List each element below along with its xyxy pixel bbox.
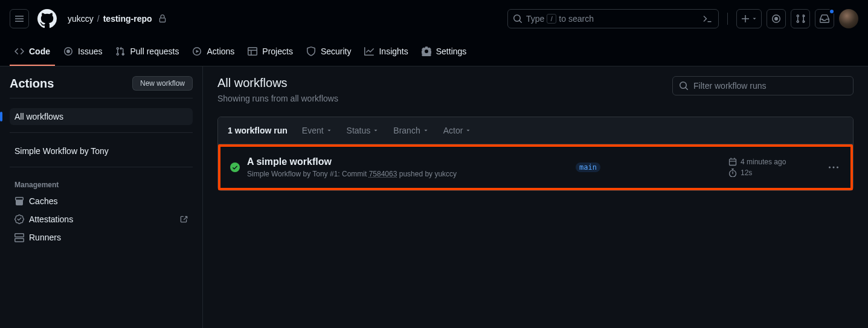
issue-icon: [771, 14, 781, 24]
tab-actions-label: Actions: [207, 47, 234, 56]
issues-button[interactable]: [767, 9, 786, 28]
tab-insights-label: Insights: [379, 47, 408, 56]
svg-point-0: [230, 162, 240, 172]
plus-icon: [741, 14, 750, 24]
stopwatch-icon: [728, 169, 737, 177]
graph-icon: [364, 47, 374, 56]
verified-icon: [14, 214, 24, 224]
breadcrumb: yukccy / testing-repo: [68, 14, 167, 24]
tab-issues-label: Issues: [78, 47, 102, 56]
search-placeholder: Type / to search: [526, 14, 698, 24]
commit-sha-link[interactable]: 7584063: [369, 170, 397, 178]
sidebar-all-workflows-label: All workflows: [14, 112, 63, 121]
tab-insights[interactable]: Insights: [359, 38, 413, 66]
triangle-down-icon: [465, 127, 471, 133]
sidebar-attestations-label: Attestations: [29, 214, 73, 224]
global-search[interactable]: Type / to search: [507, 9, 719, 28]
page-title: All workflows: [217, 76, 338, 90]
sidebar-title: Actions: [10, 77, 54, 91]
run-description: Simple Workflow by Tony #1: Commit 75840…: [247, 170, 568, 178]
issue-icon: [63, 47, 73, 56]
run-count: 1 workflow run: [228, 126, 288, 135]
repo-link[interactable]: testing-repo: [103, 14, 152, 24]
highlight-annotation: A simple workflow Simple Workflow by Ton…: [218, 144, 853, 190]
github-logo[interactable]: [37, 9, 57, 28]
filter-actor[interactable]: Actor: [443, 126, 472, 135]
success-icon: [230, 162, 240, 172]
sidebar-runners[interactable]: Runners: [10, 229, 193, 246]
tab-security[interactable]: Security: [301, 38, 356, 66]
branch-chip[interactable]: main: [576, 162, 600, 172]
github-icon: [37, 9, 57, 28]
add-button[interactable]: [736, 9, 762, 28]
owner-link[interactable]: yukccy: [68, 14, 94, 24]
command-palette-icon: [701, 13, 713, 25]
page-subtitle: Showing runs from all workflows: [217, 94, 338, 103]
play-icon: [192, 47, 202, 56]
cache-icon: [14, 196, 24, 206]
tab-pulls-label: Pull requests: [130, 47, 179, 56]
code-icon: [14, 47, 24, 56]
tab-issues[interactable]: Issues: [59, 38, 107, 66]
table-icon: [248, 47, 257, 56]
slash-key: /: [547, 14, 556, 24]
hamburger-menu[interactable]: [10, 9, 29, 28]
sidebar-workflow-label: Simple Workflow by Tony: [14, 146, 109, 156]
tab-pulls[interactable]: Pull requests: [111, 38, 184, 66]
kebab-icon: [829, 162, 838, 172]
tab-settings-label: Settings: [436, 47, 467, 56]
tab-settings[interactable]: Settings: [417, 38, 472, 66]
sidebar-caches[interactable]: Caches: [10, 193, 193, 210]
triangle-down-icon: [373, 127, 379, 133]
run-row[interactable]: A simple workflow Simple Workflow by Ton…: [220, 147, 850, 188]
tab-security-label: Security: [321, 47, 352, 56]
sidebar-attestations[interactable]: Attestations: [10, 211, 193, 228]
filter-runs-field[interactable]: [693, 81, 847, 91]
management-header: Management: [10, 177, 193, 193]
run-menu-button[interactable]: [826, 160, 841, 175]
filter-branch[interactable]: Branch: [393, 126, 428, 135]
search-icon: [513, 14, 522, 24]
divider: [727, 13, 728, 25]
triangle-down-icon: [423, 127, 429, 133]
tab-projects[interactable]: Projects: [243, 38, 298, 66]
calendar-icon: [728, 158, 737, 166]
pr-icon: [115, 47, 125, 56]
avatar[interactable]: [839, 9, 858, 28]
tab-actions[interactable]: Actions: [187, 38, 239, 66]
inbox-icon: [820, 14, 829, 24]
server-icon: [14, 233, 24, 242]
triangle-down-icon: [326, 127, 332, 133]
filter-status[interactable]: Status: [347, 126, 379, 135]
notification-dot: [829, 8, 835, 14]
external-icon: [179, 215, 188, 223]
filter-runs-input[interactable]: [672, 76, 854, 95]
sidebar-caches-label: Caches: [29, 196, 57, 206]
run-duration: 12s: [741, 169, 752, 177]
sidebar-workflow-item[interactable]: Simple Workflow by Tony: [10, 143, 193, 159]
run-title[interactable]: A simple workflow: [247, 156, 568, 167]
notifications-button[interactable]: [815, 9, 834, 28]
pulls-button[interactable]: [791, 9, 810, 28]
new-workflow-button[interactable]: New workflow: [132, 76, 193, 91]
run-time: 4 minutes ago: [741, 158, 786, 166]
pr-icon: [796, 14, 805, 24]
lock-icon: [158, 14, 167, 23]
shield-icon: [306, 47, 316, 56]
menu-icon: [14, 14, 24, 24]
tab-code[interactable]: Code: [10, 38, 55, 66]
filter-event[interactable]: Event: [302, 126, 332, 135]
breadcrumb-sep: /: [97, 14, 100, 24]
tab-projects-label: Projects: [262, 47, 293, 56]
sidebar-all-workflows[interactable]: All workflows: [10, 108, 193, 125]
gear-icon: [422, 47, 431, 56]
tab-code-label: Code: [29, 47, 50, 56]
sidebar-runners-label: Runners: [29, 233, 61, 242]
triangle-down-icon: [751, 16, 757, 22]
search-icon: [679, 81, 689, 91]
